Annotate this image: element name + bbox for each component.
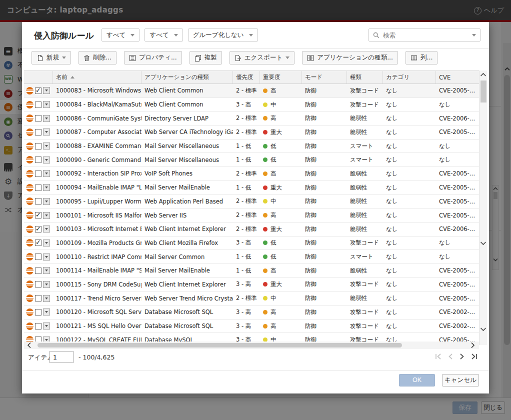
row-checkbox[interactable] [35,226,42,232]
table-row[interactable]: 1000122 - MySQL CREATE FUN… Database MyS… [24,333,479,342]
group-by-dropdown[interactable]: グループ化しない [188,28,258,42]
row-menu-button[interactable] [43,281,50,288]
new-button[interactable]: 新規 [32,51,71,64]
row-menu-button[interactable] [43,128,50,136]
columns-button[interactable]: 列... [406,51,438,64]
hscroll-thumb[interactable] [38,343,402,348]
search-dropdown-icon[interactable] [472,34,476,36]
row-menu-button[interactable] [43,184,50,191]
previous-page-icon[interactable] [448,353,454,360]
row-checkbox[interactable] [35,170,42,177]
row-checkbox[interactable] [35,143,42,150]
row-checkbox[interactable] [35,129,42,136]
header-application-type[interactable]: アプリケーションの種類 [142,71,233,84]
search-box[interactable] [368,28,480,42]
row-checkbox[interactable] [35,323,42,330]
cell-priority: 1 - 低 [233,140,260,153]
cell-name: 1000084 - BlackMal/KamaSutra… [53,98,142,112]
row-checkbox[interactable] [35,254,42,260]
row-checkbox[interactable] [35,309,42,316]
table-row[interactable]: 1000110 - Restrict IMAP Comm… Mail Serve… [24,250,479,264]
table-row[interactable]: 1000084 - BlackMal/KamaSutra… Web Client… [24,98,479,112]
row-checkbox[interactable] [35,115,42,122]
delete-button[interactable]: 削除... [78,51,116,64]
ips-rule-icon [26,253,34,260]
properties-button[interactable]: プロパティ... [124,51,182,64]
row-menu-button[interactable] [43,115,50,122]
row-menu-button[interactable] [43,240,50,246]
row-checkbox[interactable] [35,240,42,246]
table-row[interactable]: 1000121 - MS SQL Hello Overflow Database… [24,320,479,334]
row-checkbox[interactable] [35,281,42,288]
row-checkbox[interactable] [35,336,42,342]
header-name[interactable]: 名前 [53,71,142,84]
row-menu-button[interactable] [43,322,50,330]
table-vertical-scrollbar[interactable] [479,70,487,345]
row-menu-button[interactable] [43,156,50,164]
scroll-left-icon[interactable] [27,342,32,348]
row-menu-button[interactable] [43,142,50,150]
header-category[interactable]: カテゴリ [383,71,436,84]
row-menu-button[interactable] [43,336,50,342]
first-page-icon[interactable] [434,353,442,360]
row-checkbox[interactable] [35,212,42,218]
table-row[interactable]: 1000120 - Microsoft SQL Serve… Database … [24,306,479,320]
table-row[interactable]: 1000090 - Generic Command Fo… Mail Serve… [24,153,479,167]
scroll-right-icon[interactable] [470,342,475,348]
filter-dropdown-2[interactable]: すべて [144,28,182,42]
row-menu-button[interactable] [43,101,50,108]
table-row[interactable]: 1000101 - Microsoft IIS Malform… Web Ser… [24,208,479,222]
header-priority[interactable]: 優先度 [233,71,260,84]
row-menu-button[interactable] [43,308,50,316]
row-checkbox[interactable] [35,268,42,274]
row-checkbox[interactable] [35,88,42,94]
table-row[interactable]: 1000103 - Microsoft Internet Ex… Web Cli… [24,222,479,236]
items-range: - 100/4,625 [78,354,114,361]
row-menu-button[interactable] [43,226,50,232]
row-menu-button[interactable] [43,87,50,94]
header-severity[interactable]: 重要度 [260,71,302,84]
table-row[interactable]: 1000117 - Trend Micro ServerPr… Web Serv… [24,292,479,306]
last-page-icon[interactable] [470,353,478,360]
row-menu-button[interactable] [43,295,50,302]
header-cve[interactable]: CVE [436,71,479,84]
scroll-down-icon[interactable] [480,241,486,246]
row-menu-button[interactable] [43,170,50,177]
table-horizontal-scrollbar[interactable] [24,342,479,349]
table-row[interactable]: 1000088 - EXAMINE Command… Mail Server M… [24,140,479,154]
cell-type: 攻撃コード [347,236,383,250]
row-checkbox[interactable] [35,156,42,163]
table-row[interactable]: 1000095 - Lupii/Lupper Worm V… Web Appli… [24,195,479,209]
table-row[interactable]: 1000114 - MailEnable IMAP "ST… Mail Serv… [24,264,479,278]
vscroll-thumb[interactable] [480,80,486,102]
table-row[interactable]: 1000086 - CommuniGate Syste… Directory S… [24,112,479,126]
row-menu-button[interactable] [43,198,50,205]
scroll-down-icon[interactable] [480,327,486,332]
search-input[interactable] [383,32,468,39]
trash-icon [84,54,90,62]
row-menu-button[interactable] [43,212,50,219]
header-type[interactable]: 種類 [347,71,383,84]
duplicate-button[interactable]: 複製 [190,51,222,64]
table-row[interactable]: 1000083 - Microsoft Windows W… Web Clien… [24,84,479,98]
row-menu-button[interactable] [43,254,50,260]
ok-button[interactable]: OK [399,374,435,386]
cancel-button[interactable]: キャンセル [442,374,479,386]
table-row[interactable]: 1000109 - Mozilla Products Gra… Web Clie… [24,236,479,250]
table-row[interactable]: 1000115 - Sony DRM CodeSupp… Web Client … [24,278,479,292]
scroll-up-icon[interactable] [480,72,486,77]
row-checkbox[interactable] [35,295,42,302]
table-row[interactable]: 1000087 - Computer Associates… Web Serve… [24,126,479,140]
row-checkbox[interactable] [35,184,42,191]
header-mode[interactable]: モード [302,71,347,84]
row-menu-button[interactable] [43,267,50,274]
filter-dropdown-1[interactable]: すべて [102,28,140,42]
item-index-input[interactable] [50,351,74,363]
export-button[interactable]: エクスポート [230,51,294,64]
table-row[interactable]: 1000094 - MailEnable IMAP "LO… Mail Serv… [24,181,479,195]
row-checkbox[interactable] [35,198,42,204]
next-page-icon[interactable] [459,353,465,360]
table-row[interactable]: 1000092 - Interaction SIP Proxy… VoIP So… [24,167,479,181]
application-types-button[interactable]: アプリケーションの種類... [302,51,398,64]
row-checkbox[interactable] [35,102,42,108]
